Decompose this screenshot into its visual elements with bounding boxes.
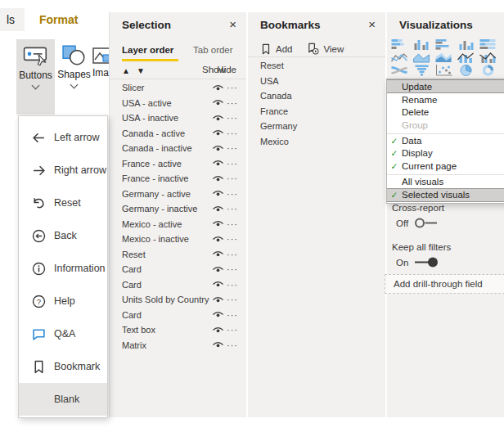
context-menu-item[interactable]: ✓ Selected visuals [387,188,504,202]
layer-row[interactable]: France - active ··· [110,156,246,172]
tab-tab-order[interactable]: Tab order [193,45,233,55]
layer-row[interactable]: Mexico - inactive ··· [110,232,246,247]
visualization-type-button[interactable] [457,38,479,51]
eye-visibility-icon[interactable] [212,129,227,137]
buttons-menu-item[interactable]: Right arrow [19,154,107,187]
eye-visibility-icon[interactable] [212,145,227,152]
tab-layer-order[interactable]: Layer order [122,45,173,55]
eye-visibility-icon[interactable] [212,190,227,197]
close-icon[interactable]: × [368,17,376,31]
layer-row[interactable]: USA - inactive ··· [110,110,246,126]
move-up-icon[interactable]: ▲ [122,66,130,75]
visualization-type-button[interactable] [391,38,413,51]
layer-row[interactable]: France - inactive ··· [110,171,246,187]
eye-visibility-icon[interactable] [212,266,227,273]
layer-row[interactable]: Reset ··· [110,247,246,263]
visualization-type-button[interactable] [457,51,479,64]
context-menu-item[interactable]: ✓ Current page [387,160,504,175]
layer-row[interactable]: Canada - inactive ··· [110,141,246,156]
layer-row[interactable]: Units Sold by Country ··· [110,292,246,308]
more-options-icon[interactable]: ··· [227,204,238,214]
more-options-icon[interactable]: ··· [227,143,238,153]
buttons-menu-item[interactable]: Blank [19,383,107,416]
layer-row[interactable]: Mexico - active ··· [110,217,246,232]
eye-visibility-icon[interactable] [212,326,227,334]
visualization-type-button[interactable] [435,51,457,64]
visualization-type-button[interactable] [413,64,435,77]
layer-row[interactable]: Germany - active ··· [110,187,246,202]
visualization-type-button[interactable] [391,64,413,77]
more-options-icon[interactable]: ··· [227,98,238,108]
layer-row[interactable]: Canada - active ··· [110,126,246,142]
more-options-icon[interactable]: ··· [227,189,238,199]
bookmark-row[interactable]: Reset [248,58,385,74]
more-options-icon[interactable]: ··· [227,295,238,304]
more-options-icon[interactable]: ··· [227,310,238,320]
buttons-menu-item[interactable]: Help [19,285,107,317]
visualization-type-button[interactable] [479,51,502,64]
context-menu-item[interactable]: ✓ Display [387,147,504,160]
eye-visibility-icon[interactable] [212,160,227,167]
toggle-off-icon[interactable] [413,217,439,229]
bookmark-row[interactable]: Germany [248,119,385,134]
visualization-type-button[interactable] [457,64,479,77]
visualization-type-button[interactable] [479,38,502,51]
buttons-menu-item[interactable]: Q&A [19,317,107,350]
layer-row[interactable]: Germany - inactive ··· [110,201,246,217]
bookmark-row[interactable]: France [248,104,385,119]
visualization-type-button[interactable] [435,38,457,51]
visualization-type-button[interactable] [413,51,435,64]
eye-visibility-icon[interactable] [212,341,227,349]
eye-visibility-icon[interactable] [212,175,227,182]
eye-visibility-icon[interactable] [212,296,227,304]
layer-row[interactable]: Card ··· [110,308,246,323]
context-menu-item[interactable]: ✓ Group [387,119,504,134]
shapes-ribbon-button[interactable]: Shapes [56,39,92,115]
eye-visibility-icon[interactable] [212,236,227,243]
layer-row[interactable]: Card ··· [110,262,246,277]
hide-all-button[interactable]: Hide [217,65,236,74]
eye-visibility-icon[interactable] [212,84,227,92]
add-bookmark-button[interactable]: Add [260,43,292,55]
more-options-icon[interactable]: ··· [227,219,238,229]
eye-visibility-icon[interactable] [212,311,227,318]
more-options-icon[interactable]: ··· [227,173,238,183]
visualization-type-button[interactable] [479,64,502,77]
chevron-down-icon[interactable] [32,82,40,90]
buttons-menu-item[interactable]: Bookmark [19,350,107,383]
more-options-icon[interactable]: ··· [227,159,238,169]
eye-visibility-icon[interactable] [212,250,227,258]
toggle-on-icon[interactable] [413,256,439,268]
more-options-icon[interactable]: ··· [227,340,238,350]
ribbon-tab-format[interactable]: Format [39,8,78,31]
eye-visibility-icon[interactable] [212,281,227,288]
eye-visibility-icon[interactable] [212,220,227,227]
context-menu-item[interactable]: ✓ Rename [387,93,504,106]
layer-row[interactable]: Text box ··· [110,322,246,338]
eye-visibility-icon[interactable] [212,99,227,106]
more-options-icon[interactable]: ··· [227,234,238,244]
more-options-icon[interactable]: ··· [227,113,238,123]
context-menu-item[interactable]: ✓ Data [387,134,504,147]
context-menu-item[interactable]: ✓ All visuals [387,175,504,188]
eye-visibility-icon[interactable] [212,205,227,213]
cross-report-toggle[interactable]: Off [396,217,439,229]
context-menu-item[interactable]: ✓ Update [387,79,504,93]
visualization-type-button[interactable] [391,51,413,64]
buttons-menu-item[interactable]: Left arrow [19,121,107,154]
buttons-menu-item[interactable]: Reset [19,187,107,219]
keep-all-filters-toggle[interactable]: On [396,256,439,268]
bookmark-row[interactable]: USA [248,74,385,89]
layer-row[interactable]: Matrix ··· [110,338,246,353]
more-options-icon[interactable]: ··· [227,128,238,138]
buttons-menu-item[interactable]: Information [19,252,107,285]
buttons-menu-item[interactable]: Back [19,219,107,252]
buttons-ribbon-button[interactable]: Buttons [16,39,55,115]
bookmark-row[interactable]: Mexico [248,134,385,150]
more-options-icon[interactable]: ··· [227,280,238,290]
layer-row[interactable]: USA - active ··· [110,96,246,111]
ribbon-tab-partial[interactable]: ls [0,8,25,31]
more-options-icon[interactable]: ··· [227,325,238,335]
more-options-icon[interactable]: ··· [227,83,238,92]
move-down-icon[interactable]: ▼ [137,66,145,75]
